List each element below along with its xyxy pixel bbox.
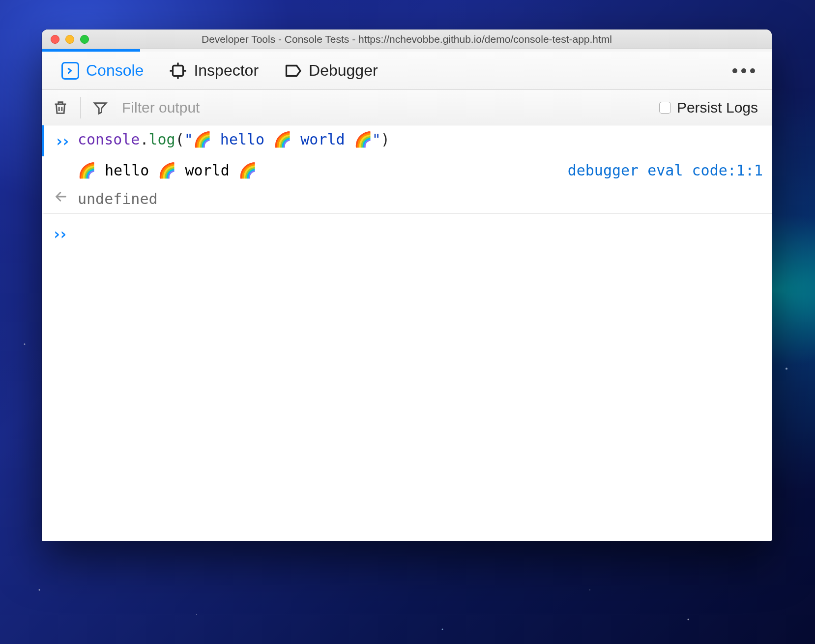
dot-icon	[741, 68, 746, 73]
result-arrow-icon	[44, 189, 78, 204]
log-content: 🌈 hello 🌈 world 🌈 debugger eval code:1:1	[78, 160, 763, 181]
filter-input[interactable]	[120, 96, 649, 119]
tab-label: Console	[86, 61, 144, 80]
svg-rect-0	[173, 65, 183, 76]
loading-progress-bar	[42, 49, 772, 52]
input-code: console.log("🌈 hello 🌈 world 🌈")	[78, 129, 763, 150]
console-output[interactable]: ›› console.log("🌈 hello 🌈 world 🌈") 🌈 he…	[42, 125, 772, 541]
tab-inspector[interactable]: Inspector	[156, 57, 271, 85]
token-undefined: undefined	[78, 190, 158, 207]
devtools-window: Developer Tools - Console Tests - https:…	[42, 29, 772, 541]
persist-logs-checkbox[interactable]	[659, 102, 671, 114]
console-result[interactable]: undefined	[42, 185, 772, 214]
tab-console[interactable]: Console	[49, 57, 156, 85]
dot-icon	[732, 68, 737, 73]
tool-tabs: Console Inspector Debugger	[42, 52, 772, 90]
token-string: "	[184, 131, 193, 148]
token-string: 🌈 hello 🌈 world 🌈	[193, 131, 372, 148]
dot-icon	[750, 68, 755, 73]
tab-label: Inspector	[194, 61, 259, 80]
token-object: console	[78, 131, 140, 148]
close-window-button[interactable]	[51, 35, 59, 44]
input-chevron-icon: ››	[44, 129, 78, 152]
console-prompt[interactable]: ››	[42, 214, 772, 247]
titlebar[interactable]: Developer Tools - Console Tests - https:…	[42, 29, 772, 49]
console-icon	[61, 62, 79, 80]
console-log-message[interactable]: 🌈 hello 🌈 world 🌈 debugger eval code:1:1	[42, 156, 772, 185]
minimize-window-button[interactable]	[65, 35, 74, 44]
persist-logs-label: Persist Logs	[677, 99, 758, 116]
token-punct: (	[175, 131, 184, 148]
token-string: "	[372, 131, 381, 148]
token-method: log	[149, 131, 175, 148]
source-col: 1	[754, 162, 763, 179]
filter-icon-button[interactable]	[90, 98, 110, 117]
zoom-window-button[interactable]	[80, 35, 89, 44]
source-file: debugger eval code	[568, 162, 728, 179]
persist-logs-toggle[interactable]: Persist Logs	[659, 99, 763, 116]
prompt-chevron-icon: ››	[42, 225, 75, 243]
window-title: Developer Tools - Console Tests - https:…	[42, 33, 772, 45]
console-toolbar: Persist Logs	[42, 90, 772, 125]
clear-console-button[interactable]	[51, 98, 70, 117]
source-location-link[interactable]: debugger eval code:1:1	[558, 160, 763, 181]
debugger-icon	[284, 62, 302, 80]
source-line: 1	[736, 162, 745, 179]
log-gutter	[44, 160, 78, 161]
tab-label: Debugger	[309, 61, 378, 80]
overflow-menu-button[interactable]	[732, 68, 765, 73]
inspector-icon	[169, 62, 187, 80]
window-controls	[42, 35, 89, 44]
toolbar-divider	[80, 97, 81, 118]
console-input-echo[interactable]: ›› console.log("🌈 hello 🌈 world 🌈")	[42, 125, 772, 156]
log-text: 🌈 hello 🌈 world 🌈	[78, 162, 257, 179]
tab-debugger[interactable]: Debugger	[271, 57, 391, 85]
token-punct: .	[140, 131, 148, 148]
result-value: undefined	[78, 189, 763, 209]
token-punct: )	[381, 131, 390, 148]
